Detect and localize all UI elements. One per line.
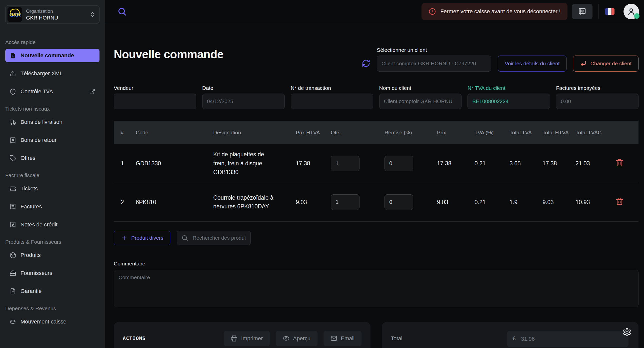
vendeur-input[interactable] (114, 94, 196, 109)
unpaid-invoices-label: Factures impayées (556, 85, 638, 91)
sidebar-section-acces-rapide: Accès rapide (5, 39, 100, 45)
envelope-icon (330, 335, 337, 342)
safe-icon (578, 7, 587, 16)
printer-icon (231, 335, 238, 342)
order-info-fields: Vendeur Date N° de transaction Nom du cl… (114, 85, 638, 109)
alert-circle-icon (428, 8, 436, 15)
sidebar-item-mouvement-caisse[interactable]: Mouvement caisse (5, 315, 100, 328)
view-client-details-button[interactable]: Voir les détails du client (498, 56, 566, 72)
search-icon[interactable] (117, 7, 127, 16)
qty-input[interactable] (331, 194, 360, 210)
ticket-icon (10, 185, 16, 192)
sidebar-item-fournisseurs[interactable]: Fournisseurs (5, 266, 100, 280)
french-flag-icon[interactable] (605, 8, 614, 15)
delete-row-button[interactable] (616, 159, 624, 167)
sidebar-item-factures[interactable]: Factures (5, 200, 100, 213)
col-remise: Remise (%) (384, 126, 437, 140)
qty-input[interactable] (331, 156, 360, 171)
receipt-icon (10, 203, 16, 210)
discount-input[interactable] (384, 156, 413, 171)
sidebar-item-garantie[interactable]: Garantie (5, 284, 100, 298)
sidebar-item-notes-de-credit[interactable]: Notes de crédit (5, 218, 100, 231)
table-row: 1 GDB1330 Kit de plaquettes de frein, fr… (114, 144, 638, 183)
sidebar-section-depenses-revenus: Dépenses & Revenus (5, 305, 100, 311)
delete-row-button[interactable] (616, 197, 624, 206)
sidebar-item-bons-de-livraison[interactable]: Bons de livraison (5, 115, 100, 129)
sidebar-item-offres[interactable]: Offres (5, 151, 100, 165)
online-status-dot (634, 13, 640, 19)
total-input[interactable] (507, 331, 628, 347)
email-button[interactable]: Email (324, 331, 362, 346)
date-input[interactable] (202, 94, 285, 109)
col-code: Code (136, 126, 213, 140)
sidebar-item-produits[interactable]: Produits (5, 248, 100, 262)
order-items-table: # Code Désignation Prix HTVA Qté. Remise… (114, 121, 638, 222)
user-avatar[interactable] (624, 4, 639, 19)
truck-icon (10, 119, 16, 126)
sidebar: GKR Organization GKR HORNU Accès rapide … (0, 0, 105, 348)
external-link-icon (89, 89, 95, 95)
col-designation: Désignation (213, 126, 296, 140)
trash-icon (616, 159, 624, 167)
sidebar-item-nouvelle-commande[interactable]: Nouvelle commande (5, 49, 100, 62)
col-qte: Qté. (331, 126, 384, 140)
upload-icon (10, 70, 16, 77)
cash-register-warning-banner: Fermez votre caisse avant de vous déconn… (422, 3, 568, 20)
page-content: Nouvelle commande Sélectionner un client… (105, 23, 644, 348)
total-settings-button[interactable] (622, 328, 632, 337)
client-name-input[interactable] (379, 94, 462, 109)
coins-icon (10, 318, 16, 325)
discount-input[interactable] (384, 194, 413, 210)
trash-icon (616, 197, 624, 205)
transaction-label: N° de transaction (291, 85, 373, 91)
corner-down-left-icon (580, 60, 587, 67)
euro-symbol: € (512, 335, 516, 342)
col-actions (616, 129, 638, 136)
client-tva-label: N° TVA du client (468, 85, 550, 91)
org-logo: GKR (8, 7, 22, 22)
client-tva-input[interactable] (468, 94, 550, 109)
table-row: 2 6PK810 Courroie trapézoïdale à nervure… (114, 183, 638, 222)
gear-icon (622, 328, 632, 337)
transaction-input[interactable] (291, 94, 373, 109)
document-icon (10, 288, 16, 295)
shield-alert-icon (10, 88, 16, 95)
comment-textarea[interactable] (114, 270, 638, 307)
organization-selector[interactable]: GKR Organization GKR HORNU (5, 5, 100, 24)
cash-register-button[interactable] (572, 4, 592, 19)
change-client-button[interactable]: Changer de client (573, 56, 638, 72)
sidebar-section-tickets-non-fiscaux: Tickets non fiscaux (5, 106, 100, 112)
eye-icon (283, 335, 290, 342)
col-tva: TVA (%) (474, 126, 510, 140)
org-name: GKR HORNU (26, 15, 85, 21)
sidebar-item-tickets[interactable]: Tickets (5, 182, 100, 195)
client-name-label: Nom du client (379, 85, 462, 91)
refresh-icon[interactable] (362, 59, 370, 68)
comment-label: Commentaire (114, 261, 638, 267)
col-num: # (114, 126, 136, 140)
main-area: Fermez votre caisse avant de vous déconn… (105, 0, 644, 348)
sidebar-item-controle-tva[interactable]: Contrôle TVA (5, 85, 100, 98)
sidebar-item-bons-de-retour[interactable]: Bons de retour (5, 133, 100, 147)
preview-button[interactable]: Aperçu (276, 331, 318, 346)
receipt-return-icon (10, 221, 16, 228)
warning-text: Fermez votre caisse avant de vous déconn… (440, 8, 560, 15)
unpaid-invoices-input[interactable] (556, 94, 638, 109)
print-button[interactable]: Imprimer (224, 331, 270, 346)
col-prix-htva: Prix HTVA (296, 126, 331, 140)
client-select-input[interactable] (377, 56, 491, 72)
col-total-tvac: Total TVAC (576, 126, 616, 140)
package-icon (10, 252, 16, 259)
vendeur-label: Vendeur (114, 85, 196, 91)
col-prix: Prix (437, 126, 474, 140)
total-panel: Total € (382, 322, 638, 348)
search-icon (181, 234, 188, 241)
sidebar-section-produits-fournisseurs: Produits & Fournisseurs (5, 239, 100, 245)
add-misc-product-button[interactable]: Produit divers (114, 231, 170, 245)
app-root: GKR Organization GKR HORNU Accès rapide … (0, 0, 644, 348)
date-label: Date (202, 85, 285, 91)
sidebar-item-telecharger-xml[interactable]: Télécharger XML (5, 67, 100, 80)
table-header-row: # Code Désignation Prix HTVA Qté. Remise… (114, 121, 638, 144)
org-label: Organization (26, 9, 85, 14)
total-label: Total (391, 335, 402, 342)
